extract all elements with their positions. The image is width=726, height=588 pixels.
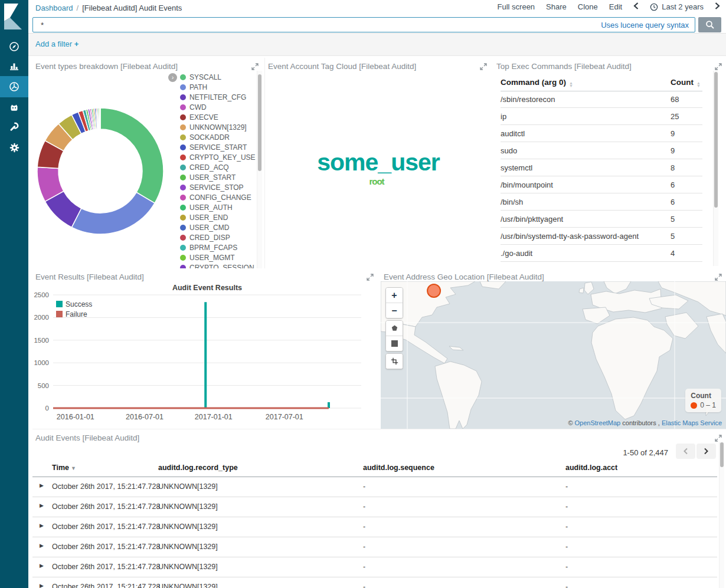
expand-row-caret[interactable]: ▶ — [40, 502, 44, 508]
expand-row-caret[interactable]: ▶ — [40, 543, 44, 548]
table-row[interactable]: ▶October 26th 2017, 15:21:47.728UNKNOWN[… — [32, 477, 717, 497]
legend-item[interactable]: USER_AUTH — [180, 202, 256, 212]
legend-item[interactable]: CRYPTO_SESSION — [180, 262, 256, 268]
table-row[interactable]: auditctl9 — [501, 125, 702, 142]
legend-item[interactable]: CRED_ACQ — [180, 162, 256, 172]
time-forward-button[interactable] — [715, 2, 720, 11]
table-row[interactable]: sudo9 — [501, 142, 702, 159]
openstreetmap-link[interactable]: OpenStreetMap — [575, 419, 621, 426]
scrollbar[interactable] — [713, 71, 718, 266]
expand-panel-button[interactable] — [715, 274, 722, 281]
tag-cloud-tag[interactable]: some_user — [317, 149, 440, 176]
legend-item[interactable]: SOCKADDR — [180, 132, 256, 142]
legend-item[interactable]: SERVICE_START — [180, 142, 256, 152]
pie-slice-SYSCALL[interactable] — [100, 108, 163, 203]
legend-item[interactable]: EXECVE — [180, 112, 256, 122]
zoom-in-button[interactable]: + — [386, 288, 403, 303]
table-row[interactable]: ip25 — [501, 108, 702, 125]
table-row[interactable]: /sbin/restorecon68 — [501, 91, 702, 108]
kibana-logo[interactable] — [4, 4, 24, 29]
breadcrumb-dashboard-link[interactable]: Dashboard — [35, 4, 73, 12]
legend-item[interactable]: CWD — [180, 102, 256, 112]
pie-slice-CRYPTO_SESSION[interactable] — [100, 108, 100, 129]
lucene-syntax-link[interactable]: Uses lucene query syntax — [601, 21, 695, 29]
draw-rectangle-button[interactable] — [386, 336, 403, 351]
share-button[interactable]: Share — [546, 2, 567, 11]
table-row[interactable]: /usr/bin/systemd-tty-ask-password-agent5 — [501, 228, 702, 245]
search-input[interactable] — [33, 21, 601, 29]
table-row[interactable]: ▶October 26th 2017, 15:21:47.728UNKNOWN[… — [32, 497, 717, 517]
table-row[interactable]: /bin/sh6 — [501, 193, 702, 211]
sidebar-item-discover[interactable] — [0, 36, 28, 57]
search-button[interactable] — [698, 17, 721, 32]
full-screen-button[interactable]: Full screen — [498, 2, 535, 11]
sidebar-item-dev-tools[interactable] — [0, 116, 28, 137]
legend-item[interactable]: CRYPTO_KEY_USER — [180, 152, 256, 162]
legend-item[interactable]: BPRM_FCAPS — [180, 242, 256, 252]
expand-panel-button[interactable] — [251, 63, 259, 70]
expand-row-caret[interactable]: ▶ — [40, 563, 44, 569]
sidebar-item-visualize[interactable] — [0, 55, 28, 77]
expand-panel-button[interactable] — [367, 274, 374, 281]
scrollbar[interactable] — [257, 71, 262, 268]
previous-page-button[interactable] — [676, 444, 695, 459]
next-page-button[interactable] — [696, 444, 716, 459]
clone-button[interactable]: Clone — [578, 2, 598, 11]
column-header-count[interactable]: Count▲▼ — [671, 78, 701, 87]
pie-slice-PATH[interactable] — [71, 192, 155, 234]
expand-row-caret[interactable]: ▶ — [40, 523, 44, 528]
scrollbar-thumb[interactable] — [720, 442, 724, 467]
elastic-maps-link[interactable]: Elastic Maps Service — [662, 419, 722, 426]
table-row[interactable]: /usr/bin/pkttyagent5 — [501, 211, 702, 228]
table-row[interactable]: ▶October 26th 2017, 15:21:47.728UNKNOWN[… — [32, 557, 717, 577]
legend-item[interactable]: SYSCALL — [180, 72, 256, 82]
legend-item[interactable]: USER_START — [180, 172, 256, 182]
tag-cloud-tag[interactable]: root — [369, 176, 384, 186]
legend-item[interactable]: UNKNOWN[1329] — [180, 122, 256, 132]
sidebar-item-dashboard[interactable] — [0, 76, 28, 97]
legend-item[interactable]: NETFILTER_CFG — [180, 92, 256, 102]
scrollbar[interactable] — [719, 442, 724, 588]
table-row[interactable]: ▶October 26th 2017, 15:21:47.728UNKNOWN[… — [32, 517, 717, 537]
add-filter-button[interactable]: Add a filter + — [35, 40, 79, 48]
legend-item[interactable]: PATH — [180, 82, 256, 92]
column-header-record-type[interactable]: auditd.log.record_type — [158, 464, 238, 472]
world-map[interactable]: + − Count 0 – 1 © OpenStr — [381, 281, 726, 429]
scrollbar-thumb[interactable] — [714, 72, 718, 208]
expand-row-caret[interactable]: ▶ — [40, 583, 44, 588]
column-header-acct[interactable]: auditd.log.acct — [565, 464, 617, 472]
expand-panel-button[interactable] — [715, 435, 722, 442]
draw-polygon-button[interactable] — [386, 321, 403, 336]
legend-item[interactable]: CRED_DISP — [180, 232, 256, 242]
expand-panel-button[interactable] — [480, 63, 487, 70]
expand-icon — [715, 435, 722, 442]
column-header-command[interactable]: Command (arg 0)▲▼ — [501, 78, 573, 87]
time-back-button[interactable] — [633, 2, 639, 11]
legend-item[interactable]: SERVICE_STOP — [180, 182, 256, 192]
fit-bounds-button[interactable] — [386, 354, 403, 369]
expand-row-caret[interactable]: ▶ — [40, 482, 44, 488]
legend-toggle-button[interactable]: › — [168, 73, 177, 82]
legend-item[interactable]: CONFIG_CHANGE — [180, 192, 256, 202]
legend-item[interactable]: USER_CMD — [180, 222, 256, 232]
edit-button[interactable]: Edit — [609, 2, 622, 11]
geo-marker[interactable] — [427, 284, 440, 297]
column-header-sequence[interactable]: auditd.log.sequence — [363, 464, 434, 472]
sidebar-item-timelion[interactable] — [0, 97, 28, 119]
table-row[interactable]: systemctl8 — [501, 159, 702, 176]
column-header-time[interactable]: Time▼ — [52, 464, 76, 472]
table-row[interactable]: ./go-audit4 — [501, 245, 702, 262]
sidebar-item-management[interactable] — [0, 137, 28, 158]
legend-item[interactable]: Failure — [56, 309, 92, 319]
zoom-out-button[interactable]: − — [386, 303, 403, 318]
table-row[interactable]: ▶October 26th 2017, 15:21:47.728UNKNOWN[… — [32, 537, 717, 557]
table-row[interactable]: ▶October 26th 2017, 15:21:47.728UNKNOWN[… — [32, 577, 717, 588]
legend-item[interactable]: Success — [56, 299, 92, 309]
scrollbar-thumb[interactable] — [258, 74, 261, 171]
legend-label: BPRM_FCAPS — [189, 244, 237, 252]
expand-panel-button[interactable] — [715, 63, 722, 70]
table-row[interactable]: /bin/mountpoint6 — [501, 176, 702, 193]
legend-item[interactable]: USER_MGMT — [180, 252, 256, 262]
legend-item[interactable]: USER_END — [180, 212, 256, 222]
time-picker-button[interactable]: Last 2 years — [650, 2, 704, 11]
